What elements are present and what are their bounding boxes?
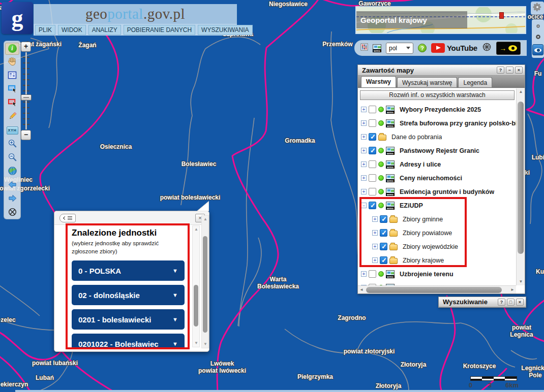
layers-horizontal-scrollbar[interactable] xyxy=(358,285,516,293)
layer-label[interactable]: Zbiory krajowe xyxy=(403,257,444,264)
expand-icon[interactable] xyxy=(361,161,367,167)
attributes-tool-button[interactable] xyxy=(5,70,19,82)
unit-dropdown-country[interactable]: 0 - POLSKA xyxy=(72,260,185,281)
layers-vertical-scrollbar[interactable] xyxy=(516,88,525,285)
info-tool-button[interactable]: i xyxy=(5,43,19,55)
layer-row[interactable]: Zbiory powiatowe xyxy=(358,226,516,240)
layer-checkbox[interactable] xyxy=(380,243,387,250)
layer-row[interactable]: Strefa buforowa przy granicy polsko-biał… xyxy=(358,116,516,130)
collapse-icon[interactable] xyxy=(361,203,367,208)
unit-dropdown-voivodeship[interactable]: 02 - dolnośląskie xyxy=(72,285,185,305)
wms-services-icon[interactable] xyxy=(373,44,381,52)
zoom-in-tool-button[interactable] xyxy=(5,138,19,150)
scroll-up-icon[interactable] xyxy=(193,226,200,233)
layer-checkbox[interactable] xyxy=(369,160,376,168)
panel-titlebar[interactable]: Zawartość mapy ? − × xyxy=(358,65,525,76)
expand-icon[interactable] xyxy=(372,216,378,222)
layer-row[interactable]: Zbiory gminne xyxy=(358,212,516,226)
scroll-down-icon[interactable] xyxy=(202,341,209,347)
layer-label[interactable]: Uzbrojenie terenu xyxy=(400,271,454,278)
layer-row[interactable]: Zbiory krajowe xyxy=(358,253,516,267)
layer-label[interactable]: Ceny nieruchomości xyxy=(400,175,462,182)
layer-label[interactable]: EZiUDP xyxy=(400,202,423,209)
menu-plik[interactable]: PLIK xyxy=(35,25,55,35)
unit-dropdown-powiat[interactable]: 0201 - bolesławiecki xyxy=(72,309,185,330)
expand-all-layers-button[interactable]: Rozwiń inf. o wszystkich warstwach xyxy=(360,90,515,100)
layer-row[interactable]: Państwowy Rejestr Granic xyxy=(358,144,516,157)
layer-row[interactable]: Wybory Prezydenckie 2025 xyxy=(358,103,516,116)
expand-icon[interactable] xyxy=(361,120,367,126)
back-to-list-button[interactable] xyxy=(59,214,76,222)
scroll-left-icon[interactable] xyxy=(358,286,365,294)
clear-selection-button[interactable] xyxy=(5,207,19,219)
scroll-down-icon[interactable] xyxy=(193,340,200,346)
layer-checkbox[interactable] xyxy=(380,229,387,237)
panel-minimize-button[interactable]: − xyxy=(506,67,513,74)
expand-icon[interactable] xyxy=(361,134,367,140)
zoom-slider-track[interactable] xyxy=(23,52,29,129)
menu-wyszukiwania[interactable]: WYSZUKIWANIA xyxy=(198,25,253,35)
layer-label[interactable]: Zbiory powiatowe xyxy=(403,230,452,237)
next-view-button[interactable] xyxy=(5,193,19,205)
previous-view-button[interactable] xyxy=(5,179,19,191)
layer-checkbox[interactable] xyxy=(369,202,376,209)
geoportal-logo[interactable]: g xyxy=(2,2,33,34)
settings-button[interactable] xyxy=(531,2,544,15)
expand-icon[interactable] xyxy=(361,148,367,153)
layer-row[interactable] xyxy=(358,281,516,285)
zoom-slider-handle[interactable] xyxy=(21,94,32,101)
help-button[interactable]: ? xyxy=(418,44,427,52)
layer-checkbox[interactable] xyxy=(369,147,376,154)
layer-checkbox[interactable] xyxy=(369,133,376,141)
language-select[interactable]: pol xyxy=(386,43,413,54)
scroll-down-icon[interactable] xyxy=(517,278,525,285)
layer-label[interactable]: Zbiory wojewódzkie xyxy=(403,243,458,250)
scrollbar-thumb[interactable] xyxy=(194,285,198,326)
scrollbar-thumb[interactable] xyxy=(518,102,524,254)
expand-icon[interactable] xyxy=(361,175,367,181)
menu-widok[interactable]: WIDOK xyxy=(58,25,86,35)
expand-icon[interactable] xyxy=(372,257,378,263)
layer-label[interactable]: Zbiory gminne xyxy=(403,216,443,223)
visibility-eye-button[interactable] xyxy=(532,44,543,55)
layer-row[interactable]: Zbiory wojewódzkie xyxy=(358,240,516,253)
expand-icon[interactable] xyxy=(372,230,378,236)
layer-row[interactable]: Dane do pobrania xyxy=(358,130,516,144)
unit-dropdown-gmina[interactable]: 0201022 - Bolesławiec xyxy=(72,334,185,349)
layer-checkbox[interactable] xyxy=(369,174,376,182)
scrollbar-thumb[interactable] xyxy=(203,236,207,333)
menu-pobieranie-danych[interactable]: POBIERANIE DANYCH xyxy=(124,25,195,35)
layer-checkbox[interactable] xyxy=(369,270,376,278)
layer-label[interactable]: Strefa buforowa przy granicy polsko-biał… xyxy=(400,120,516,127)
search-help-button[interactable]: ? xyxy=(498,299,505,306)
layer-row[interactable]: Uzbrojenie terenu xyxy=(358,267,516,281)
draw-tool-button[interactable] xyxy=(5,111,19,123)
wheel-navigation-icon[interactable] xyxy=(482,42,492,54)
scroll-right-icon[interactable] xyxy=(509,286,516,294)
small-gear-icon[interactable] xyxy=(535,22,541,31)
layer-label[interactable]: Adresy i ulice xyxy=(400,161,441,168)
youtube-button[interactable]: YouTube xyxy=(431,43,477,53)
layer-row-eziudp[interactable]: EZiUDP xyxy=(358,199,516,212)
expand-icon[interactable] xyxy=(361,189,367,194)
zoom-in-button[interactable]: + xyxy=(21,42,31,52)
panel-close-button[interactable]: × xyxy=(515,67,523,74)
tab-warstwy[interactable]: Warstwy xyxy=(361,76,396,87)
contrast-mode-button[interactable]: → xyxy=(496,42,521,55)
layer-checkbox[interactable] xyxy=(369,106,376,113)
expand-icon[interactable] xyxy=(372,244,378,249)
panel-help-button[interactable]: ? xyxy=(497,67,504,74)
zoom-out-button[interactable]: − xyxy=(21,130,31,140)
select-rectangle-tool-button[interactable] xyxy=(5,84,19,96)
layer-row[interactable]: Ewidencja gruntów i budynków xyxy=(358,185,516,199)
scroll-up-icon[interactable] xyxy=(517,88,525,95)
layer-checkbox[interactable] xyxy=(369,119,376,127)
layer-checkbox[interactable] xyxy=(369,188,376,195)
menu-analizy[interactable]: ANALIZY xyxy=(88,25,121,35)
pan-tool-button[interactable] xyxy=(5,56,19,69)
expand-icon[interactable] xyxy=(361,107,367,112)
tab-legenda[interactable]: Legenda xyxy=(458,77,492,87)
grid-composition-icon[interactable] xyxy=(360,43,368,53)
layer-label[interactable]: Dane do pobrania xyxy=(391,134,442,141)
layer-checkbox[interactable] xyxy=(380,215,387,223)
